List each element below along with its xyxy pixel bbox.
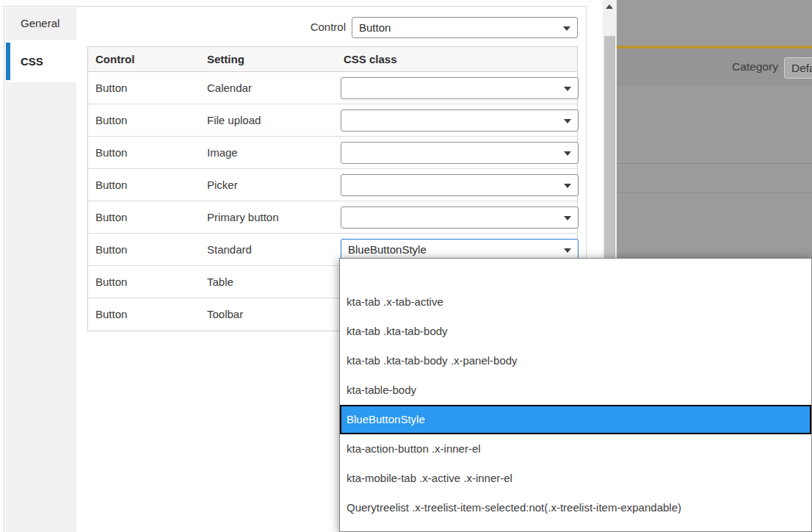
css-class-dropdown-calendar[interactable] bbox=[341, 77, 579, 99]
control-filter-label: Control bbox=[272, 17, 346, 37]
scroll-up-button[interactable] bbox=[603, 0, 617, 12]
header-css-class: CSS class bbox=[344, 47, 397, 71]
chevron-down-icon bbox=[564, 184, 571, 188]
divider-line bbox=[617, 193, 812, 193]
tab-css[interactable]: CSS bbox=[6, 43, 76, 80]
category-value: Defa bbox=[791, 62, 812, 74]
cell-setting: Table bbox=[207, 266, 233, 298]
header-setting: Setting bbox=[207, 47, 244, 71]
cell-setting: Standard bbox=[207, 234, 252, 265]
cell-control: Button bbox=[95, 72, 127, 104]
table-row: Button File upload bbox=[88, 104, 577, 137]
active-tab-indicator bbox=[6, 43, 10, 80]
cell-control: Button bbox=[95, 169, 127, 201]
table-row: Button Calendar bbox=[88, 72, 577, 104]
cell-control: Button bbox=[95, 201, 127, 233]
popup-option[interactable]: kta-tab .kta-tab-body bbox=[340, 317, 811, 346]
cell-control: Button bbox=[95, 298, 127, 330]
popup-option[interactable]: kta-mobile-tab .x-active .x-inner-el bbox=[340, 464, 811, 493]
chevron-down-icon bbox=[564, 248, 571, 253]
control-filter-dropdown[interactable]: Button bbox=[352, 17, 578, 38]
popup-option[interactable]: kta-action-button .x-inner-el bbox=[340, 434, 811, 464]
cell-setting: Toolbar bbox=[207, 298, 243, 330]
cell-control: Button bbox=[95, 234, 127, 265]
table-header: Control Setting CSS class bbox=[88, 47, 577, 72]
table-row: Button Primary button bbox=[88, 201, 577, 234]
cell-control: Button bbox=[95, 266, 127, 298]
chevron-down-icon bbox=[564, 216, 571, 220]
divider-line bbox=[617, 163, 812, 164]
tab-css-label: CSS bbox=[21, 55, 43, 68]
control-filter-value: Button bbox=[359, 18, 577, 37]
chevron-down-icon bbox=[564, 151, 571, 156]
header-control: Control bbox=[95, 47, 134, 71]
cell-setting: Primary button bbox=[207, 201, 279, 233]
chevron-down-icon bbox=[563, 26, 570, 31]
cell-setting: Picker bbox=[207, 169, 238, 201]
category-toolbar: Category Defa bbox=[617, 48, 812, 86]
chevron-down-icon bbox=[564, 119, 571, 123]
css-class-dropdown-picker[interactable] bbox=[341, 174, 579, 196]
css-class-dropdown-file-upload[interactable] bbox=[341, 109, 579, 132]
popup-option[interactable]: kta-table-body bbox=[340, 375, 811, 405]
cell-setting: Calendar bbox=[207, 72, 252, 104]
popup-option[interactable]: kta-tab .kta-tab-body .x-panel-body bbox=[340, 346, 811, 375]
cell-control: Button bbox=[95, 104, 127, 136]
popup-option[interactable]: Querytreelist .x-treelist-item-selected:… bbox=[340, 493, 811, 522]
screen: Category Defa General CSS bbox=[0, 0, 812, 532]
category-label: Category bbox=[732, 60, 778, 73]
popup-option-selected[interactable]: BlueButtonStyle bbox=[340, 405, 811, 434]
popup-option[interactable]: kta-tab .x-tab-active bbox=[340, 287, 811, 317]
chevron-down-icon bbox=[564, 87, 571, 91]
tab-sidebar: General CSS bbox=[6, 7, 76, 532]
css-class-dropdown-image[interactable] bbox=[341, 142, 579, 164]
css-class-dropdown-primary-button[interactable] bbox=[341, 206, 579, 229]
cell-control: Button bbox=[95, 137, 127, 168]
table-row: Button Picker bbox=[88, 169, 577, 201]
cell-setting: File upload bbox=[207, 104, 261, 136]
table-row: Button Image bbox=[88, 137, 577, 169]
css-class-options-popup: kta-tab .x-tab-active kta-tab .kta-tab-b… bbox=[339, 258, 812, 532]
tab-general-label: General bbox=[21, 17, 59, 29]
tab-general[interactable]: General bbox=[6, 7, 76, 40]
popup-option-empty[interactable] bbox=[340, 259, 811, 287]
tab-separator bbox=[6, 80, 76, 82]
category-dropdown[interactable]: Defa bbox=[784, 57, 812, 79]
scroll-up-icon bbox=[606, 4, 613, 9]
cell-setting: Image bbox=[207, 137, 238, 168]
